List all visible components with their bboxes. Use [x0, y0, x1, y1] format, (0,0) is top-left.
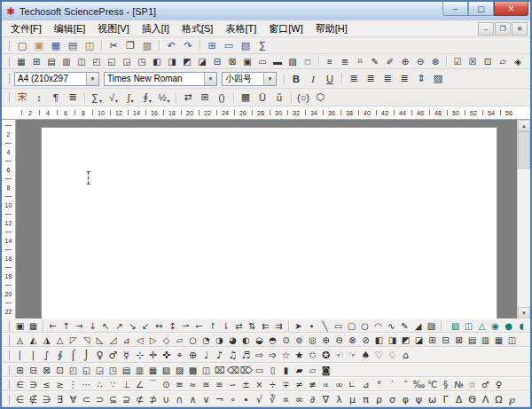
table-tool-button[interactable]: ▭: [255, 56, 270, 67]
shape-symbol-button[interactable]: ◩: [399, 334, 412, 346]
set-symbol-button[interactable]: ⊇: [120, 393, 133, 406]
shape-symbol-button[interactable]: ▷: [146, 334, 160, 346]
math-symbol-button[interactable]: ⊥: [120, 379, 133, 390]
shape-symbol-button[interactable]: ⊗: [346, 334, 359, 346]
symbol-grid-button[interactable]: ▦: [238, 90, 254, 104]
drawing-tool-button[interactable]: ⇉: [272, 320, 286, 332]
special-symbol-button[interactable]: ♀: [93, 349, 106, 362]
set-symbol-button[interactable]: ∛: [266, 393, 279, 406]
set-symbol-button[interactable]: ∞: [293, 393, 306, 406]
drawing-tool-button[interactable]: ↘: [126, 320, 139, 332]
table-tool-button[interactable]: ◈: [511, 56, 525, 67]
table-tool-button[interactable]: ▱: [496, 56, 510, 67]
table-tool-button[interactable]: ⊕: [398, 56, 412, 67]
math-symbol-button[interactable]: ≌: [213, 379, 226, 390]
toolbar-grip[interactable]: [5, 41, 10, 51]
insert-image-button[interactable]: ▧: [238, 39, 254, 52]
table-tool-button[interactable]: ⌗: [353, 56, 367, 67]
table-tool-button[interactable]: ⊡: [481, 56, 495, 67]
shape-symbol-button[interactable]: ◸: [66, 334, 80, 346]
math-symbol-button[interactable]: ≥: [53, 379, 66, 390]
math-symbol-button[interactable]: ⊙: [160, 379, 173, 390]
table-tool-button[interactable]: ⊗: [428, 56, 442, 67]
arrow-template-button[interactable]: ⇄: [180, 90, 196, 104]
table-tool-button[interactable]: ◨: [165, 56, 179, 67]
special-symbol-button[interactable]: ⌠: [66, 349, 80, 362]
rectangle-tool-button[interactable]: ▭: [332, 320, 345, 332]
math-symbol-button[interactable]: ≈: [186, 379, 200, 390]
math-symbol-button[interactable]: ∈: [13, 379, 27, 390]
drawing-tool-button[interactable]: ⇄: [232, 320, 246, 332]
set-symbol-button[interactable]: Λ: [479, 393, 492, 406]
shape-symbol-button[interactable]: ◬: [13, 334, 27, 346]
table-tool-button[interactable]: ◱: [105, 56, 119, 67]
math-symbol-button[interactable]: °: [372, 379, 386, 390]
shape-symbol-button[interactable]: ◐: [239, 334, 253, 346]
math-symbol-button[interactable]: ∞: [332, 379, 346, 390]
math-symbol-button[interactable]: ″: [399, 379, 412, 390]
table-tool-button[interactable]: ✎: [368, 56, 382, 67]
set-symbol-button[interactable]: ∙: [239, 393, 253, 406]
solid-cone-button[interactable]: △: [475, 320, 489, 332]
set-symbol-button[interactable]: λ: [332, 393, 346, 406]
set-symbol-button[interactable]: ∋: [40, 393, 53, 406]
close-button[interactable]: ✕: [494, 2, 528, 16]
align-center-button[interactable]: ≣: [363, 72, 379, 85]
set-symbol-button[interactable]: ∨: [200, 393, 213, 406]
matrix-template-button[interactable]: ⊞: [197, 90, 213, 104]
special-symbol-button[interactable]: ☜: [332, 349, 346, 362]
box-symbol-button[interactable]: ◳: [106, 365, 120, 376]
table-tool-button[interactable]: ◪: [195, 56, 209, 67]
shape-symbol-button[interactable]: ◇: [160, 334, 173, 346]
special-symbol-button[interactable]: ⌖: [173, 349, 186, 362]
hatch-tool-button[interactable]: ▨: [425, 320, 438, 332]
document-page[interactable]: [41, 127, 497, 319]
special-symbol-button[interactable]: ⎰: [13, 349, 27, 362]
drawing-tool-button[interactable]: ⇀: [179, 320, 192, 332]
set-symbol-button[interactable]: ρ: [372, 393, 386, 406]
toolbar-grip[interactable]: [5, 57, 10, 67]
set-symbol-button[interactable]: ¬: [213, 393, 226, 406]
cut-button[interactable]: ✂: [106, 39, 121, 52]
shape-symbol-button[interactable]: ◒: [253, 334, 266, 346]
drawing-tool-button[interactable]: ⇇: [259, 320, 272, 332]
special-symbol-button[interactable]: ✩: [306, 349, 319, 362]
table-tool-button[interactable]: ◫: [74, 56, 89, 67]
special-symbol-button[interactable]: ☿: [120, 349, 133, 362]
shape-symbol-button[interactable]: ◺: [93, 334, 106, 346]
math-symbol-button[interactable]: ÷: [266, 379, 279, 390]
table-tool-button[interactable]: ◲: [120, 56, 134, 67]
special-symbol-button[interactable]: ♫: [226, 349, 239, 362]
math-symbol-button[interactable]: ⌒: [146, 379, 160, 390]
shape-symbol-button[interactable]: △: [53, 334, 66, 346]
shape-symbol-button[interactable]: ◎: [306, 334, 319, 346]
box-symbol-button[interactable]: ▱: [306, 365, 319, 376]
shape-symbol-button[interactable]: ◮: [40, 334, 53, 346]
align-right-button[interactable]: ≣: [379, 72, 395, 85]
font-size-select[interactable]: 小四号 ▼: [222, 72, 277, 86]
solid-ball-button[interactable]: ●: [502, 320, 515, 332]
drawing-tool-button[interactable]: →: [73, 320, 86, 332]
set-symbol-button[interactable]: π: [359, 393, 372, 406]
contour-template-button[interactable]: ∮: [139, 90, 155, 104]
set-symbol-button[interactable]: Θ: [466, 393, 479, 406]
special-symbol-button[interactable]: ♢: [386, 349, 399, 362]
special-symbol-button[interactable]: ☆: [279, 349, 293, 362]
title-bar[interactable]: ✱ Techosoft SciencePress - [SP1] –▢✕: [2, 2, 530, 20]
box-symbol-button[interactable]: ▤: [120, 365, 133, 376]
set-symbol-button[interactable]: ∘: [226, 393, 239, 406]
table-tool-button[interactable]: ▣: [240, 56, 254, 67]
maximize-button[interactable]: ▢: [468, 2, 494, 16]
table-tool-button[interactable]: ◩: [180, 56, 194, 67]
set-symbol-button[interactable]: ∀: [66, 393, 80, 406]
table-tool-button[interactable]: ▤: [44, 56, 59, 67]
box-symbol-button[interactable]: ▭: [253, 365, 266, 376]
box-symbol-button[interactable]: ▰: [293, 365, 306, 376]
chevron-down-icon[interactable]: ▼: [86, 73, 98, 85]
special-symbol-button[interactable]: ➩: [266, 349, 279, 362]
shape-symbol-button[interactable]: ▦: [492, 334, 505, 346]
set-symbol-button[interactable]: Γ: [439, 393, 452, 406]
table-tool-button[interactable]: ◳: [135, 56, 149, 67]
math-symbol-button[interactable]: ∴: [93, 379, 106, 390]
solid-sphere-button[interactable]: ◉: [489, 320, 502, 332]
